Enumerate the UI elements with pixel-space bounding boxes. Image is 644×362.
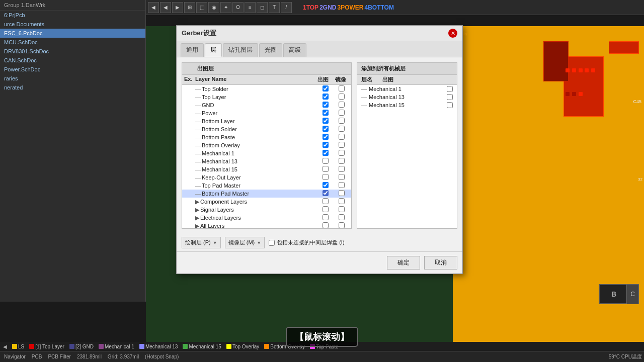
- layer-row[interactable]: —Top Solder: [182, 85, 351, 93]
- layer-mirror-cell[interactable]: [334, 134, 349, 141]
- layer-row[interactable]: —Mechanical 15: [182, 165, 351, 173]
- layer-row[interactable]: ▶Component Layers: [182, 198, 351, 206]
- layer-plot-cell[interactable]: [318, 126, 333, 133]
- layer-mirror-cell[interactable]: [334, 126, 349, 133]
- tab-general[interactable]: 通用: [181, 43, 204, 57]
- layer-mirror-checkbox[interactable]: [339, 206, 345, 212]
- layer-plot-checkbox[interactable]: [323, 166, 329, 172]
- layer-mirror-cell[interactable]: [334, 94, 349, 101]
- layer-plot-checkbox[interactable]: [323, 102, 329, 108]
- layer-mirror-cell[interactable]: [334, 166, 349, 173]
- layer-mirror-cell[interactable]: [334, 85, 349, 93]
- mech-layer-row[interactable]: —Mechanical 13: [357, 93, 457, 101]
- layer-plot-checkbox[interactable]: [323, 142, 329, 148]
- layer-plot-checkbox[interactable]: [323, 150, 329, 156]
- layer-plot-checkbox[interactable]: [323, 174, 329, 180]
- tab-advanced[interactable]: 高级: [283, 43, 306, 57]
- layer-plot-checkbox[interactable]: [323, 190, 329, 196]
- layer-plot-checkbox[interactable]: [323, 206, 329, 212]
- layer-mirror-checkbox[interactable]: [339, 94, 345, 100]
- layer-mirror-cell[interactable]: [334, 142, 349, 149]
- layer-mirror-cell[interactable]: [334, 190, 349, 197]
- layer-plot-cell[interactable]: [318, 174, 333, 181]
- layer-plot-checkbox[interactable]: [323, 198, 329, 204]
- layer-row[interactable]: —Top Pad Master: [182, 182, 351, 190]
- layer-plot-checkbox[interactable]: [323, 94, 329, 100]
- layer-plot-cell[interactable]: [318, 158, 333, 165]
- layer-mirror-checkbox[interactable]: [339, 85, 345, 92]
- layer-plot-checkbox[interactable]: [323, 85, 329, 92]
- layer-mirror-checkbox[interactable]: [339, 126, 345, 132]
- mech-layer-row[interactable]: —Mechanical 1: [357, 85, 457, 93]
- layer-plot-cell[interactable]: [318, 166, 333, 173]
- tab-layers[interactable]: 层: [205, 43, 222, 57]
- layer-mirror-checkbox[interactable]: [339, 150, 345, 156]
- layer-plot-checkbox[interactable]: [323, 182, 329, 188]
- layer-mirror-checkbox[interactable]: [339, 182, 345, 188]
- layer-plot-cell[interactable]: [318, 85, 333, 93]
- layer-row[interactable]: ▶All Layers: [182, 222, 351, 228]
- layer-plot-cell[interactable]: [318, 102, 333, 109]
- layer-plot-cell[interactable]: [318, 118, 333, 125]
- mech-plot-checkbox[interactable]: [447, 102, 453, 108]
- layer-mirror-checkbox[interactable]: [339, 166, 345, 172]
- layer-mirror-checkbox[interactable]: [339, 110, 345, 116]
- layer-mirror-checkbox[interactable]: [339, 118, 345, 124]
- layer-row[interactable]: —Bottom Layer: [182, 117, 351, 125]
- layer-row[interactable]: —Top Layer: [182, 93, 351, 101]
- layer-mirror-cell[interactable]: [334, 118, 349, 125]
- layer-plot-cell[interactable]: [318, 214, 333, 221]
- layer-plot-cell[interactable]: [318, 222, 333, 228]
- layer-mirror-checkbox[interactable]: [339, 134, 345, 140]
- dialog-close-button[interactable]: ✕: [448, 29, 457, 38]
- layer-plot-checkbox[interactable]: [323, 158, 329, 164]
- layer-mirror-cell[interactable]: [334, 174, 349, 181]
- layer-row[interactable]: —Mechanical 13: [182, 157, 351, 165]
- include-middle-checkbox[interactable]: [269, 240, 275, 246]
- layer-row[interactable]: —Mechanical 1: [182, 149, 351, 157]
- mech-layer-row[interactable]: —Mechanical 15: [357, 101, 457, 109]
- layer-plot-cell[interactable]: [318, 182, 333, 189]
- layer-mirror-cell[interactable]: [334, 206, 349, 213]
- layer-mirror-checkbox[interactable]: [339, 222, 345, 228]
- mech-plot-checkbox[interactable]: [447, 94, 453, 100]
- layer-plot-cell[interactable]: [318, 110, 333, 117]
- layer-row[interactable]: ▶Electrical Layers: [182, 214, 351, 222]
- layer-row[interactable]: ▶Signal Layers: [182, 206, 351, 214]
- layer-mirror-cell[interactable]: [334, 158, 349, 165]
- layer-row[interactable]: —GND: [182, 101, 351, 109]
- layer-mirror-checkbox[interactable]: [339, 174, 345, 180]
- layer-plot-checkbox[interactable]: [323, 126, 329, 132]
- layer-plot-cell[interactable]: [318, 198, 333, 205]
- layer-mirror-cell[interactable]: [334, 150, 349, 157]
- ok-button[interactable]: 确定: [387, 256, 420, 269]
- cancel-button[interactable]: 取消: [424, 256, 457, 269]
- layer-plot-cell[interactable]: [318, 150, 333, 157]
- layer-plot-checkbox[interactable]: [323, 134, 329, 140]
- layer-plot-checkbox[interactable]: [323, 110, 329, 116]
- layer-mirror-checkbox[interactable]: [339, 214, 345, 220]
- layer-mirror-checkbox[interactable]: [339, 142, 345, 148]
- mech-plot-checkbox[interactable]: [447, 86, 453, 92]
- layer-mirror-cell[interactable]: [334, 214, 349, 221]
- layer-plot-cell[interactable]: [318, 134, 333, 141]
- mirror-layer-dropdown[interactable]: 镜像层 (M) ▼: [225, 237, 265, 248]
- layer-row[interactable]: —Bottom Solder: [182, 125, 351, 133]
- layer-mirror-cell[interactable]: [334, 102, 349, 109]
- layer-mirror-cell[interactable]: [334, 182, 349, 189]
- layer-row[interactable]: —Bottom Overlay: [182, 141, 351, 149]
- layer-plot-checkbox[interactable]: [323, 118, 329, 124]
- layer-mirror-checkbox[interactable]: [339, 158, 345, 164]
- layer-plot-cell[interactable]: [318, 142, 333, 149]
- layer-row[interactable]: —Power: [182, 109, 351, 117]
- layer-plot-cell[interactable]: [318, 206, 333, 213]
- layer-mirror-checkbox[interactable]: [339, 190, 345, 196]
- tab-aperture[interactable]: 光圈: [259, 43, 282, 57]
- layer-mirror-checkbox[interactable]: [339, 102, 345, 108]
- layer-row[interactable]: —Keep-Out Layer: [182, 173, 351, 182]
- layer-mirror-cell[interactable]: [334, 222, 349, 228]
- include-middle-checkbox-label[interactable]: 包括未连接的中间层焊盘 (I): [269, 239, 344, 246]
- layer-mirror-cell[interactable]: [334, 198, 349, 205]
- layer-plot-checkbox[interactable]: [323, 222, 329, 228]
- layer-row[interactable]: —Bottom Paste: [182, 133, 351, 141]
